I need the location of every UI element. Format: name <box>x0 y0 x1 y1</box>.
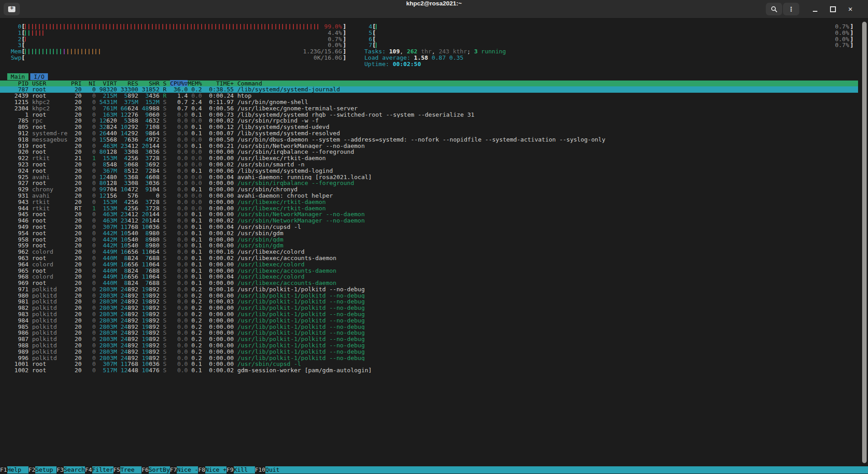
process-row[interactable]: 912 systemd-re 20 0 26440 14292 9864 S 0… <box>0 130 858 137</box>
process-row[interactable]: 920 root 20 0 80128 3308 3036 S 0.0 0.0 … <box>0 149 858 155</box>
process-row[interactable]: 787 root 20 0 98320 33300 31852 R 36.0 0… <box>0 86 858 93</box>
fnlabel-nice-[interactable]: Nice + <box>205 466 226 474</box>
cell-mem: 0.1 <box>188 367 205 374</box>
menu-button[interactable]: ⋮ <box>783 3 799 15</box>
process-row[interactable]: 927 root 20 0 80128 3308 3036 S 0.0 0.0 … <box>0 180 858 186</box>
process-row[interactable]: 805 root 20 0 32824 10292 7108 S 0.0 0.1… <box>0 124 858 130</box>
fnkey-f9[interactable]: F9 <box>226 466 234 474</box>
fnlabel-sortby[interactable]: SortBy <box>149 466 170 474</box>
cell-pri: 20 <box>71 149 85 155</box>
process-row[interactable]: 1215 khpc2 20 0 5431M 375M 152M S 0.7 2.… <box>0 99 858 105</box>
fnkey-f4[interactable]: F4 <box>85 466 92 474</box>
fnlabel-kill[interactable]: Kill <box>234 466 255 474</box>
fnlabel-tree[interactable]: Tree <box>120 466 142 474</box>
cell-state: S <box>163 193 170 199</box>
close-button[interactable]: ✕ <box>844 3 857 15</box>
process-row[interactable]: 1001 root 20 0 307M 11768 10036 S 0.0 0.… <box>0 361 858 367</box>
process-row[interactable]: 958 root 20 0 442M 10540 8980 S 0.0 0.1 … <box>0 237 858 243</box>
cell-user: root <box>32 218 71 224</box>
process-row[interactable]: 965 root 20 0 440M 8824 7688 S 0.0 0.1 0… <box>0 268 858 274</box>
cell-pid: 989 <box>11 349 32 355</box>
fnkey-f10[interactable]: F10 <box>255 466 265 474</box>
process-row[interactable]: 945 root 20 0 463M 23412 20144 S 0.0 0.1… <box>0 211 858 218</box>
fnkey-f7[interactable]: F7 <box>170 466 177 474</box>
cell-ni: 0 <box>85 112 99 118</box>
cell-command: /lib/systemd/systemd-journald <box>237 86 340 93</box>
cell-ni: 0 <box>85 286 99 293</box>
process-row[interactable]: 922 rtkit 21 1 153M 4256 3728 S 0.0 0.0 … <box>0 155 858 161</box>
process-row[interactable]: 988 polkitd 20 0 2803M 24892 19892 S 0.0… <box>0 342 858 349</box>
tab-main[interactable]: Main <box>7 73 28 80</box>
col-cpu-sorted[interactable]: CPU%▽ <box>170 80 188 87</box>
process-row[interactable]: 981 polkitd 20 0 2803M 24892 19892 S 0.0… <box>0 299 858 305</box>
process-row[interactable]: 964 colord 20 0 449M 16656 11064 S 0.0 0… <box>0 261 858 268</box>
process-table-header[interactable]: PID USER PRI NI VIRT RES SHR S CPU%▽MEM%… <box>0 81 858 87</box>
cell-pid: 965 <box>11 268 32 274</box>
process-row[interactable]: 2304 khpc2 20 0 761M 66624 48988 S 0.7 0… <box>0 105 858 112</box>
process-row[interactable]: 962 colord 20 0 449M 16656 11064 S 0.0 0… <box>0 249 858 255</box>
fnkey-f3[interactable]: F3 <box>57 466 64 474</box>
cell-user: rtkit <box>32 199 71 205</box>
process-row[interactable]: 968 colord 20 0 449M 16656 11064 S 0.0 0… <box>0 274 858 280</box>
cell-state: S <box>163 137 170 143</box>
process-row[interactable]: 963 root 20 0 440M 8824 7688 S 0.0 0.1 0… <box>0 255 858 261</box>
process-row[interactable]: 983 polkitd 20 0 2803M 24892 19892 S 0.0… <box>0 311 858 318</box>
process-row[interactable]: 971 polkitd 20 0 2803M 24892 19892 S 0.0… <box>0 286 858 293</box>
process-row[interactable]: 785 rpc 20 0 12620 5388 4632 S 0.0 0.0 0… <box>0 118 858 124</box>
process-row[interactable]: 929 chrony 20 0 99704 10472 9104 S 0.0 0… <box>0 186 858 193</box>
process-row[interactable]: 919 root 20 0 463M 23412 20144 S 0.0 0.1… <box>0 143 858 149</box>
process-row[interactable]: 989 polkitd 20 0 2803M 24892 19892 S 0.0… <box>0 349 858 355</box>
cell-mem: 0.0 <box>188 205 205 212</box>
process-row[interactable]: 959 root 20 0 442M 10540 8980 S 0.0 0.1 … <box>0 242 858 249</box>
cell-state: S <box>163 105 170 112</box>
cell-state: S <box>163 286 170 293</box>
process-row[interactable]: 946 root 20 0 463M 23412 20144 S 0.0 0.1… <box>0 218 858 224</box>
fnkey-f8[interactable]: F8 <box>198 466 205 474</box>
cell-ni: 0 <box>85 261 99 268</box>
cell-user: systemd-re <box>32 130 71 137</box>
process-row[interactable]: 987 polkitd 20 0 2803M 24892 19892 S 0.0… <box>0 336 858 342</box>
maximize-button[interactable] <box>826 3 840 15</box>
tab-io[interactable]: I/O <box>30 73 48 80</box>
process-row[interactable]: 985 polkitd 20 0 2803M 24892 19892 S 0.0… <box>0 324 858 330</box>
cell-cpu: 0.0 <box>170 130 188 137</box>
fnkey-f2[interactable]: F2 <box>28 466 36 474</box>
process-row[interactable]: 923 root 20 0 8548 5068 3692 S 0.0 0.0 0… <box>0 161 858 168</box>
fnkey-f5[interactable]: F5 <box>113 466 121 474</box>
fnlabel-search[interactable]: Search <box>64 466 85 474</box>
cell-pid: 971 <box>11 286 32 293</box>
process-row[interactable]: 943 rtkit 20 0 153M 4256 3728 S 0.0 0.0 … <box>0 199 858 205</box>
fnlabel-setup[interactable]: Setup <box>35 466 57 474</box>
cell-ni: 0 <box>85 299 99 305</box>
process-row[interactable]: 982 polkitd 20 0 2803M 24892 19892 S 0.0… <box>0 305 858 311</box>
process-row[interactable]: 949 root 20 0 307M 11768 10036 S 0.0 0.1… <box>0 224 858 230</box>
process-row[interactable]: 969 root 20 0 440M 8824 7688 S 0.0 0.1 0… <box>0 280 858 286</box>
minimize-button[interactable] <box>808 3 822 15</box>
cell-state: S <box>163 124 170 130</box>
fnkey-f1[interactable]: F1 <box>0 466 7 474</box>
cell-pid: 988 <box>11 342 32 349</box>
cell-cpu: 0.7 <box>170 99 188 105</box>
process-row[interactable]: 925 avahi 20 0 12480 5368 4608 S 0.0 0.0… <box>0 174 858 180</box>
process-row[interactable]: 931 avahi 20 0 12156 576 0 S 0.0 0.0 0:0… <box>0 193 858 199</box>
process-row[interactable]: 918 messagebus 20 0 15568 7636 4972 S 0.… <box>0 137 858 143</box>
process-row[interactable]: 944 rtkit RT 1 153M 4256 3728 S 0.0 0.0 … <box>0 205 858 212</box>
fnlabel-filter[interactable]: Filter <box>92 466 113 474</box>
meter-bar-area: 0K/16.0G <box>25 55 343 61</box>
process-row[interactable]: 980 polkitd 20 0 2803M 24892 19892 S 0.0… <box>0 293 858 299</box>
fnkey-f6[interactable]: F6 <box>142 466 149 474</box>
process-row[interactable]: 1 root 20 0 163M 12276 9060 S 0.0 0.1 0:… <box>0 112 858 118</box>
scrollbar-thumb[interactable] <box>862 22 867 463</box>
fnlabel-help[interactable]: Help <box>7 466 28 474</box>
fnlabel-nice-[interactable]: Nice - <box>177 466 198 474</box>
cell-user: polkitd <box>32 342 71 349</box>
process-row[interactable]: 2439 root 20 0 215M 5892 3436 R 1.4 0.0 … <box>0 93 858 99</box>
process-row[interactable]: 996 polkitd 20 0 2803M 24892 19892 S 0.0… <box>0 355 858 361</box>
process-row[interactable]: 984 polkitd 20 0 2803M 24892 19892 S 0.0… <box>0 318 858 324</box>
process-row[interactable]: 954 root 20 0 442M 10540 8980 S 0.0 0.1 … <box>0 230 858 237</box>
process-row[interactable]: 986 polkitd 20 0 2803M 24892 19892 S 0.0… <box>0 330 858 336</box>
process-row[interactable]: 924 root 20 0 367M 8512 7284 S 0.0 0.1 0… <box>0 168 858 174</box>
search-button[interactable] <box>766 3 782 15</box>
process-row[interactable]: 1002 root 20 0 517M 12448 10476 S 0.0 0.… <box>0 367 858 374</box>
fnlabel-quit[interactable]: Quit <box>265 466 287 474</box>
